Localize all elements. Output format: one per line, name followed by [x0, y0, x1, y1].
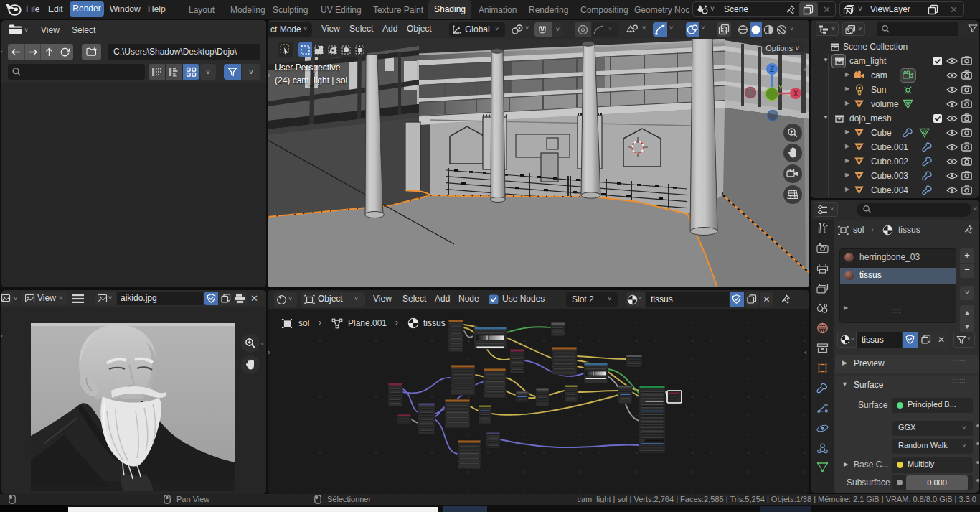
svg-text:Z: Z — [770, 65, 774, 73]
svg-text:Y: Y — [778, 84, 783, 91]
svg-text:X: X — [793, 90, 798, 98]
